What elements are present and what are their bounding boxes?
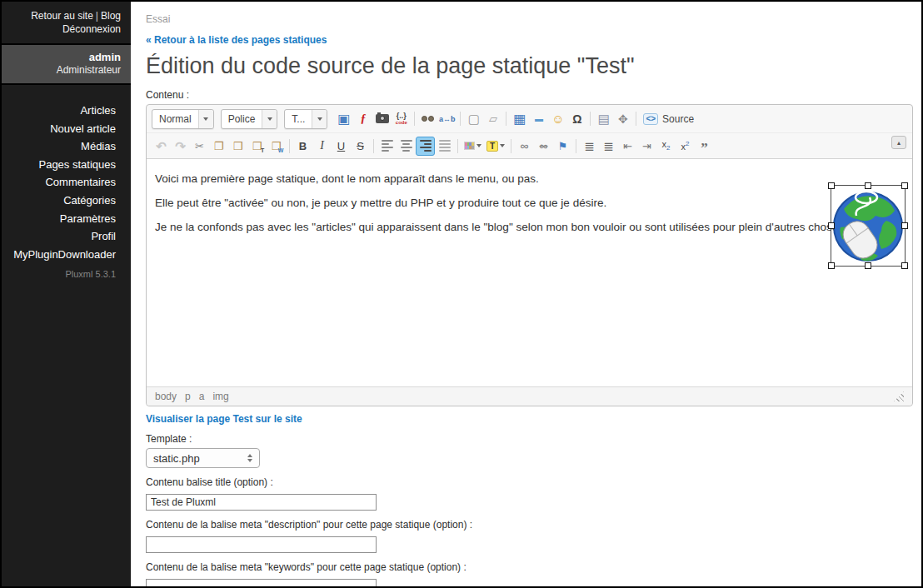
resize-handle[interactable] <box>828 182 835 189</box>
bold-button[interactable]: B <box>293 137 312 156</box>
paste-button[interactable]: ❒ <box>228 137 247 156</box>
code-snippet-button[interactable]: {..}code <box>392 109 411 128</box>
logout-link[interactable]: Déconnexion <box>62 23 121 35</box>
resize-handle[interactable] <box>901 182 908 189</box>
description-input[interactable] <box>146 536 377 553</box>
insert-image-button[interactable]: ▣ <box>334 109 353 128</box>
resize-handle[interactable] <box>865 262 871 269</box>
redo-button[interactable]: ↷ <box>171 137 190 156</box>
smiley-button[interactable]: ☺ <box>548 109 567 128</box>
superscript-button[interactable]: x2 <box>676 137 695 156</box>
increase-indent-button[interactable]: ⇥ <box>637 137 656 156</box>
replace-button[interactable]: a↔b <box>437 109 457 128</box>
sidebar-item-commentaires[interactable]: Commentaires <box>2 173 116 192</box>
main-content: Essai « Retour à la liste des pages stat… <box>131 2 921 586</box>
sidebar: Retour au site|Blog Déconnexion admin Ad… <box>2 2 131 586</box>
keywords-input[interactable] <box>146 579 377 588</box>
font-combo[interactable]: Police <box>221 109 278 129</box>
text-color-button[interactable] <box>462 137 484 156</box>
selected-content-image[interactable] <box>831 186 905 266</box>
resize-handle[interactable] <box>828 222 835 229</box>
template-label: Template : <box>146 433 921 445</box>
background-color-icon: T <box>486 141 498 152</box>
view-page-link[interactable]: Visualiser la page Test sur le site <box>146 413 921 425</box>
copy-button[interactable]: ❐ <box>209 137 228 156</box>
insert-link-button[interactable]: ∞ <box>515 137 534 156</box>
undo-button[interactable]: ↶ <box>152 137 171 156</box>
align-right-icon <box>420 140 432 152</box>
editor-paragraph: Voici ma première page statique, dont le… <box>155 172 904 185</box>
bulleted-list-button[interactable]: ≣ <box>599 137 618 156</box>
back-to-static-pages-link[interactable]: « Retour à la liste des pages statiques <box>146 34 921 46</box>
text-color-icon <box>464 142 475 150</box>
insert-flash-button[interactable]: ƒ <box>353 109 372 128</box>
bulleted-list-icon: ≣ <box>603 140 614 152</box>
underline-icon: U <box>337 141 345 152</box>
numbered-list-button[interactable]: ≣ <box>580 137 599 156</box>
insert-media-button[interactable] <box>372 109 392 128</box>
sidebar-menu: Articles Nouvel article Médias Pages sta… <box>2 102 131 263</box>
align-right-button[interactable] <box>416 137 435 156</box>
toolbar-collapse-button[interactable]: ▴ <box>891 136 906 149</box>
cut-button[interactable]: ✂ <box>190 137 209 156</box>
horizontal-rule-button[interactable]: ▬ <box>529 109 548 128</box>
decrease-indent-button[interactable]: ⇤ <box>618 137 637 156</box>
blog-link[interactable]: Blog <box>101 10 121 22</box>
resize-grip-icon[interactable] <box>894 391 904 401</box>
special-char-button[interactable]: Ω <box>567 109 586 128</box>
editor-content-area[interactable]: Voici ma première page statique, dont le… <box>147 158 912 386</box>
title-input[interactable] <box>146 494 377 511</box>
path-item-a[interactable]: a <box>199 391 205 402</box>
underline-button[interactable]: U <box>332 137 351 156</box>
align-center-button[interactable] <box>397 137 416 156</box>
toolbar-divider <box>414 112 415 126</box>
sidebar-item-medias[interactable]: Médias <box>2 137 116 156</box>
resize-handle[interactable] <box>901 262 908 269</box>
find-button[interactable] <box>418 109 437 128</box>
sidebar-item-myplugindownloader[interactable]: MyPluginDownloader <box>2 246 116 264</box>
topbar-separator: | <box>96 10 98 22</box>
path-item-img[interactable]: img <box>212 391 228 402</box>
pluxml-admin-page: Retour au site|Blog Déconnexion admin Ad… <box>0 0 923 588</box>
path-item-p[interactable]: p <box>185 391 191 402</box>
page-title: Édition du code source de la page statiq… <box>146 53 921 79</box>
iframe-button[interactable]: ▢ <box>464 109 483 128</box>
subscript-button[interactable]: x2 <box>656 137 676 156</box>
unlink-button[interactable]: ∞ <box>534 137 553 156</box>
sidebar-item-parametres[interactable]: Paramètres <box>2 210 116 228</box>
path-item-body[interactable]: body <box>155 391 177 402</box>
italic-button[interactable]: I <box>312 137 332 156</box>
sidebar-item-articles[interactable]: Articles <box>2 102 116 120</box>
sidebar-item-nouvel-article[interactable]: Nouvel article <box>2 120 116 138</box>
resize-handle[interactable] <box>828 262 835 269</box>
paragraph-format-combo[interactable]: Normal <box>152 109 214 129</box>
background-color-button[interactable]: T <box>484 137 507 156</box>
sidebar-item-categories[interactable]: Catégories <box>2 192 116 210</box>
align-left-button[interactable] <box>377 137 397 156</box>
smiley-icon: ☺ <box>551 112 564 125</box>
toolbar-divider <box>590 112 591 126</box>
paste-from-word-button[interactable]: ❒W <box>267 137 286 156</box>
anchor-button[interactable]: ⚑ <box>553 137 572 156</box>
resize-handle[interactable] <box>901 222 908 229</box>
blockquote-button[interactable]: ” <box>695 137 714 156</box>
template-select[interactable]: static.php <box>146 448 260 468</box>
page-break-button[interactable]: ▤ <box>594 109 613 128</box>
site-name-breadcrumb: Essai <box>146 13 921 25</box>
remove-format-button[interactable]: ▱ <box>483 109 502 128</box>
source-button[interactable]: <> Source <box>640 109 697 128</box>
resize-handle[interactable] <box>865 182 871 189</box>
strikethrough-button[interactable]: S <box>351 137 370 156</box>
justify-button[interactable] <box>435 137 454 156</box>
element-path-bar: body p a img <box>147 386 912 406</box>
paste-as-text-button[interactable]: ❒T <box>247 137 267 156</box>
paragraph-format-value: Normal <box>152 113 198 125</box>
maximize-button[interactable]: ✥ <box>613 109 632 128</box>
sidebar-item-pages-statiques[interactable]: Pages statiques <box>2 156 116 174</box>
font-size-combo[interactable]: T... <box>284 109 327 129</box>
sidebar-item-profil[interactable]: Profil <box>2 227 116 246</box>
back-to-site-link[interactable]: Retour au site <box>31 10 93 22</box>
insert-table-button[interactable]: ▦ <box>510 109 529 128</box>
user-name: admin <box>12 51 121 63</box>
flash-icon: ƒ <box>360 113 366 125</box>
